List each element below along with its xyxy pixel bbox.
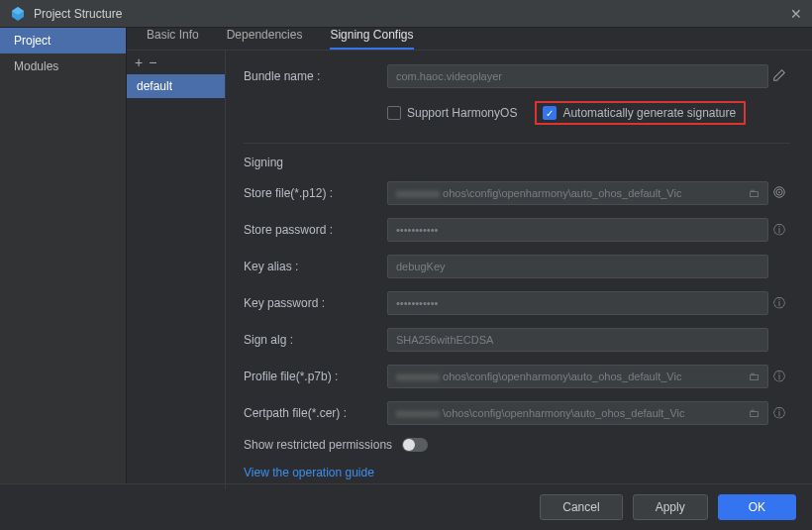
config-item-default[interactable]: default (127, 74, 225, 98)
profile-file-label: Profile file(*.p7b) : (244, 370, 387, 383)
configs-list-column: + − default (127, 51, 226, 489)
toggle-knob (403, 439, 415, 451)
tabs: Basic Info Dependencies Signing Configs (127, 28, 812, 51)
operation-guide-link[interactable]: View the operation guide (244, 466, 790, 479)
store-file-label: Store file(*.p12) : (244, 186, 387, 200)
app-logo-icon (10, 6, 26, 22)
checkbox-box-checked-icon: ✓ (543, 106, 557, 120)
folder-icon[interactable]: 🗀 (749, 407, 760, 419)
store-file-field[interactable]: xxxxxxxx ohos\config\openharmony\auto_oh… (387, 181, 768, 205)
key-alias-label: Key alias : (244, 260, 387, 273)
key-alias-field[interactable]: debugKey (387, 255, 768, 278)
auto-generate-signature-checkbox[interactable]: ✓ Automatically generate signature (535, 101, 746, 125)
titlebar: Project Structure ✕ (0, 0, 812, 28)
help-certpath-file-icon[interactable]: ⓘ (768, 405, 790, 422)
store-password-label: Store password : (244, 223, 387, 237)
tab-basic-info[interactable]: Basic Info (147, 28, 199, 50)
tab-signing-configs[interactable]: Signing Configs (330, 28, 413, 50)
folder-icon[interactable]: 🗀 (749, 371, 760, 382)
key-password-field[interactable]: ••••••••••• (387, 291, 768, 315)
help-store-password-icon[interactable]: ⓘ (768, 222, 790, 239)
add-config-button[interactable]: + (135, 54, 143, 70)
cancel-button[interactable]: Cancel (540, 494, 622, 520)
certpath-file-field[interactable]: xxxxxxxx \ohos\config\openharmony\auto_o… (387, 401, 768, 425)
divider (244, 143, 790, 144)
remove-config-button[interactable]: − (149, 54, 156, 70)
store-password-field[interactable]: ••••••••••• (387, 218, 768, 242)
tab-dependencies[interactable]: Dependencies (227, 28, 303, 50)
sidebar-item-project[interactable]: Project (0, 28, 126, 53)
profile-file-field[interactable]: xxxxxxxx ohos\config\openharmony\auto_oh… (387, 365, 768, 388)
sign-alg-field[interactable]: SHA256withECDSA (387, 328, 768, 352)
folder-icon[interactable]: 🗀 (749, 187, 760, 199)
svg-point-2 (778, 191, 780, 193)
auto-generate-signature-label: Automatically generate signature (562, 106, 736, 120)
sidebar: Project Modules (0, 28, 127, 483)
certpath-file-label: Certpath file(*.cer) : (244, 406, 387, 420)
show-restricted-label: Show restricted permissions (244, 438, 392, 452)
checkbox-box-icon (387, 106, 401, 120)
show-restricted-toggle[interactable] (402, 438, 428, 452)
signing-section-title: Signing (244, 156, 790, 169)
support-harmonyos-label: Support HarmonyOS (407, 106, 517, 120)
help-key-password-icon[interactable]: ⓘ (768, 295, 790, 312)
sign-alg-label: Sign alg : (244, 333, 387, 347)
support-harmonyos-checkbox[interactable]: Support HarmonyOS (387, 106, 517, 120)
fingerprint-icon[interactable] (768, 185, 790, 202)
signing-form: Bundle name : com.haoc.videoplayer Suppo… (226, 51, 812, 489)
edit-bundle-icon[interactable] (768, 68, 790, 85)
ok-button[interactable]: OK (718, 494, 796, 520)
close-icon[interactable]: ✕ (790, 6, 802, 22)
key-password-label: Key password : (244, 296, 387, 310)
footer: Cancel Apply OK (0, 483, 812, 530)
bundle-name-field[interactable]: com.haoc.videoplayer (387, 64, 768, 88)
apply-button[interactable]: Apply (633, 494, 708, 520)
help-profile-file-icon[interactable]: ⓘ (768, 369, 790, 385)
sidebar-item-modules[interactable]: Modules (0, 53, 126, 79)
bundle-name-label: Bundle name : (244, 69, 387, 83)
window-title: Project Structure (34, 7, 122, 21)
